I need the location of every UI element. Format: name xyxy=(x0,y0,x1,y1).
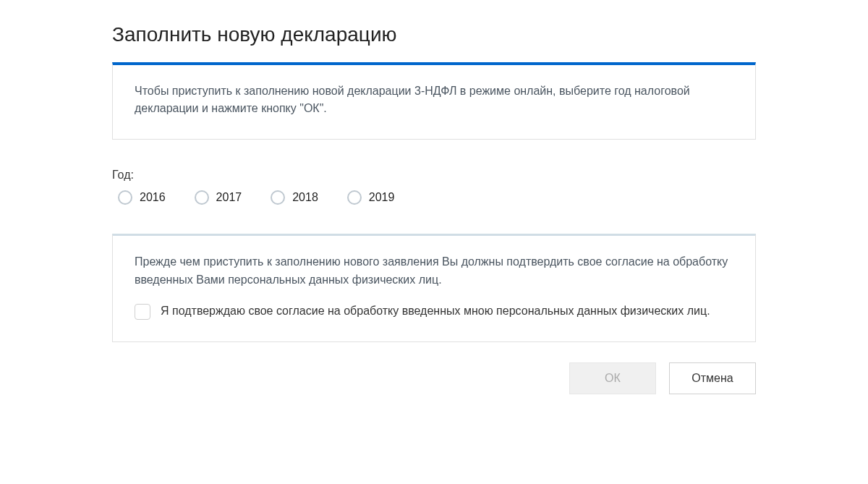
radio-icon xyxy=(347,190,362,205)
consent-checkbox-row: Я подтверждаю свое согласие на обработку… xyxy=(135,302,733,320)
info-box: Чтобы приступить к заполнению новой декл… xyxy=(112,62,756,140)
year-radio-2016[interactable]: 2016 xyxy=(118,190,166,205)
info-text: Чтобы приступить к заполнению новой декл… xyxy=(135,82,733,117)
page-title: Заполнить новую декларацию xyxy=(112,23,756,46)
cancel-button[interactable]: Отмена xyxy=(669,362,756,394)
radio-label: 2019 xyxy=(369,191,395,204)
radio-icon xyxy=(271,190,285,205)
consent-box: Прежде чем приступить к заполнению новог… xyxy=(112,234,756,342)
consent-checkbox-label: Я подтверждаю свое согласие на обработку… xyxy=(161,302,710,320)
year-radio-group: 2016 2017 2018 2019 xyxy=(112,190,756,205)
ok-button[interactable]: ОК xyxy=(569,362,656,394)
dialog-container: Заполнить новую декларацию Чтобы приступ… xyxy=(0,0,868,394)
year-radio-2019[interactable]: 2019 xyxy=(347,190,395,205)
year-label: Год: xyxy=(112,169,756,182)
radio-icon xyxy=(195,190,209,205)
year-section: Год: 2016 2017 2018 2019 xyxy=(112,169,756,205)
consent-checkbox[interactable] xyxy=(135,304,150,320)
radio-label: 2016 xyxy=(140,191,166,204)
radio-label: 2017 xyxy=(216,191,242,204)
year-radio-2017[interactable]: 2017 xyxy=(195,190,242,205)
radio-label: 2018 xyxy=(292,191,318,204)
radio-icon xyxy=(118,190,132,205)
year-radio-2018[interactable]: 2018 xyxy=(271,190,318,205)
consent-intro: Прежде чем приступить к заполнению новог… xyxy=(135,253,733,289)
button-row: ОК Отмена xyxy=(112,362,756,394)
